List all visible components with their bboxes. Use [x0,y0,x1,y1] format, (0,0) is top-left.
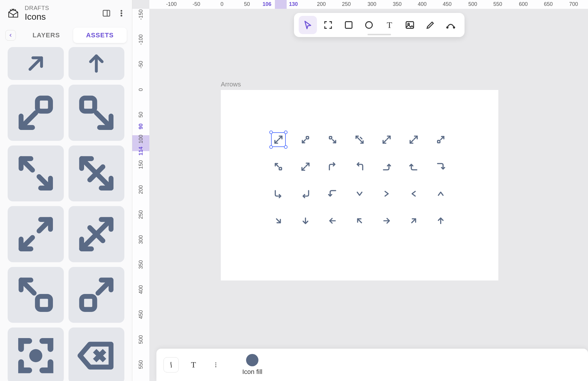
ruler-h-tick: 0 [220,1,223,7]
rectangle-tool[interactable] [340,16,358,34]
ruler-h-tick: 130 [289,1,298,7]
ruler-v-tick: 500 [138,335,144,344]
corner-up-right-icon[interactable] [350,158,369,176]
expand-cross-a-icon[interactable] [350,131,369,149]
ruler-v-tick: 300 [138,235,144,244]
ruler-h-tick: 450 [443,1,452,7]
ruler-v-tick: -50 [138,61,144,68]
chevron-down-icon[interactable] [350,185,369,203]
svg-rect-22 [82,296,95,309]
frame-tool[interactable] [319,16,337,34]
tab-layers[interactable]: LAYERS [19,28,73,43]
ruler-h-tick: 350 [393,1,402,7]
svg-point-40 [215,364,216,365]
turn-left-icon[interactable] [405,158,423,176]
expand-nw-box-icon[interactable] [8,267,64,323]
focus-target-icon[interactable] [8,327,64,381]
canvas[interactable]: T Arrows T Icon fill [149,9,588,381]
expand-nw-se-icon[interactable] [8,146,64,202]
svg-rect-7 [37,98,50,111]
expand-sw-ne-icon[interactable] [8,206,64,262]
stroke-style-button[interactable] [163,357,179,372]
select-tool[interactable] [299,16,317,34]
svg-rect-25 [406,22,414,29]
svg-rect-36 [437,141,440,143]
frame-label[interactable]: Arrows [221,81,241,88]
arrow-se-icon[interactable] [269,212,288,230]
ruler-h-tick: 300 [368,1,376,7]
ruler-v-tick: 200 [138,185,144,194]
svg-rect-20 [37,296,50,309]
expand-ne-icon[interactable] [432,131,450,149]
expand-nw-se-icon[interactable] [269,131,288,149]
arrow-left-icon[interactable] [323,212,342,230]
svg-point-24 [366,22,372,29]
breadcrumb-parent[interactable]: DRAFTS [25,4,96,11]
expand-ne-box-icon[interactable] [69,267,125,323]
tab-assets[interactable]: ASSETS [73,28,127,43]
arrow-ne-icon[interactable] [405,212,423,230]
svg-rect-0 [103,10,110,16]
svg-line-33 [356,136,363,143]
svg-line-5 [30,58,41,69]
pen-tool[interactable] [442,16,460,34]
text-tool[interactable]: T [380,16,399,34]
return-icon[interactable] [296,185,315,203]
ruler-v-tick: 150 [138,160,144,169]
ruler-horizontal[interactable]: -100-50050106130200250300350400450500550… [149,0,588,9]
arrow-right-icon[interactable] [377,212,396,230]
arrow-up-icon[interactable] [432,212,450,230]
collapse-se-icon[interactable] [323,131,342,149]
ruler-v-tick: -150 [138,9,144,20]
ellipse-tool[interactable] [360,16,378,34]
left-panel: DRAFTS Icons LAYERS ASSETS [0,0,132,381]
svg-point-39 [215,362,216,364]
document-title[interactable]: Icons [25,11,96,22]
ruler-vertical[interactable]: -150-100-5005090100114150200250300350400… [132,9,149,381]
ruler-h-tick: 250 [342,1,351,7]
expand-ne-sw-icon[interactable] [296,158,315,176]
ruler-v-tick: -100 [138,34,144,45]
arrow-up-icon[interactable] [69,47,125,80]
toolbar-grip[interactable] [368,34,391,35]
more-button[interactable] [117,7,126,19]
expand-nw-se-crossed-icon[interactable] [69,146,125,202]
svg-point-41 [215,366,216,367]
turn-down-icon[interactable] [323,185,342,203]
bottom-more-button[interactable] [208,357,223,372]
collapse-sw-icon[interactable] [296,131,315,149]
panel-toggle-button[interactable] [100,7,113,19]
corner-up-left-icon[interactable] [323,158,342,176]
turn-down-right-icon[interactable] [269,185,288,203]
fill-swatch[interactable] [246,354,258,366]
app-logo[interactable] [6,6,20,20]
arrow-nw-icon[interactable] [350,212,369,230]
collapse-nw-box-icon[interactable] [269,158,288,176]
ruler-h-tick: 550 [493,1,502,7]
arrow-down-icon[interactable] [296,212,315,230]
ruler-h-tick: -50 [193,1,200,7]
svg-point-2 [121,10,122,12]
expand-out-icon[interactable] [405,131,423,149]
chevron-left-icon[interactable] [405,185,423,203]
image-tool[interactable] [401,16,419,34]
ruler-v-tick: 114 [138,147,144,156]
turn-down-left-icon[interactable] [432,158,450,176]
chevron-right-icon[interactable] [377,185,396,203]
ruler-v-tick: 100 [138,135,144,143]
expand-ne-sw-b-icon[interactable] [377,131,396,149]
assets-grid[interactable] [0,44,132,381]
expand-sw-ne-crossed-icon[interactable] [69,206,125,262]
collapse-sw-icon[interactable] [8,85,64,141]
tab-back-button[interactable] [5,30,16,41]
backspace-icon[interactable] [69,327,125,381]
text-style-button[interactable]: T [186,357,201,372]
ruler-v-tick: 50 [138,112,144,118]
turn-right-icon[interactable] [377,158,396,176]
chevron-up-icon[interactable] [432,185,450,203]
arrow-ne-icon[interactable] [8,47,64,80]
ruler-v-tick: 450 [138,310,144,319]
pencil-tool[interactable] [421,16,440,34]
ruler-v-tick: 0 [138,88,144,91]
collapse-se-icon[interactable] [69,85,125,141]
